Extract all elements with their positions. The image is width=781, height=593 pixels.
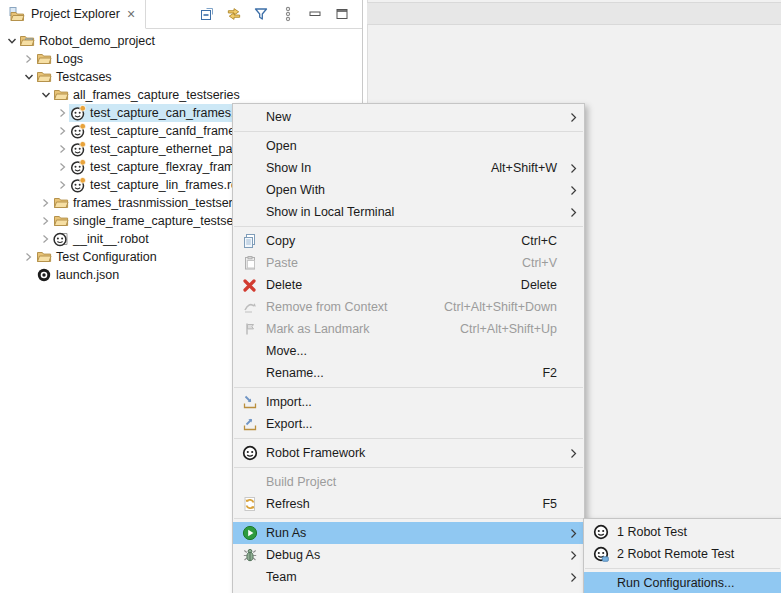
tree-item-label: single_frame_capture_testserie — [73, 214, 247, 228]
refresh-icon — [233, 496, 266, 512]
robot-file-icon — [70, 159, 86, 175]
tree-item-testcases[interactable]: Testcases — [0, 68, 362, 86]
tree-item-all-frames-capture-testseries[interactable]: all_frames_capture_testseries — [0, 86, 362, 104]
menu-item-show-in-local-terminal[interactable]: Show in Local Terminal — [233, 201, 584, 223]
filter-icon[interactable] — [253, 6, 269, 22]
tree-item-label: Test Configuration — [56, 250, 157, 264]
menu-item-label: Debug As — [266, 548, 568, 562]
run-icon — [233, 525, 266, 541]
menu-item-mark-as-landmark[interactable]: Mark as LandmarkCtrl+Alt+Shift+Up — [233, 318, 584, 340]
menu-item-run-as[interactable]: Run As — [233, 522, 584, 544]
menu-separator — [234, 387, 583, 388]
menu-item-new[interactable]: New — [233, 106, 584, 128]
maximize-icon[interactable] — [334, 6, 350, 22]
chevron-expanded-icon[interactable] — [6, 37, 17, 45]
menu-item-label: New — [266, 110, 568, 124]
tree-item-content: test_capture_flexray_frame — [69, 158, 244, 176]
folder-icon — [53, 213, 69, 229]
menu-item-paste[interactable]: PasteCtrl+V — [233, 252, 584, 274]
menu-item-rename[interactable]: Rename...F2 — [233, 362, 584, 384]
menu-item-show-in[interactable]: Show InAlt+Shift+W — [233, 157, 584, 179]
chevron-collapsed-icon[interactable] — [40, 198, 51, 208]
tab-project-explorer[interactable]: Project Explorer × — [0, 0, 146, 29]
tree-item-content: all_frames_capture_testseries — [52, 86, 243, 104]
menu-item-label: Show In — [266, 161, 491, 175]
tab-title: Project Explorer — [31, 7, 120, 21]
menu-item-export[interactable]: Export... — [233, 413, 584, 435]
menu-item-label: Rename... — [266, 366, 542, 380]
menu-item-remove-from-context[interactable]: Remove from ContextCtrl+Alt+Shift+Down — [233, 296, 584, 318]
debug-icon — [233, 547, 266, 563]
robot-icon — [233, 445, 266, 461]
tree-item-robot-demo-project[interactable]: Robot_demo_project — [0, 32, 362, 50]
submenu-arrow-icon — [568, 207, 579, 218]
menu-item-shortcut: F5 — [542, 497, 557, 511]
menu-item-label: Open — [266, 139, 568, 153]
tree-item-content: frames_trasnmission_testserie — [52, 194, 246, 212]
project-folder-icon — [19, 33, 35, 49]
menu-item-shortcut: F2 — [542, 366, 557, 380]
chevron-collapsed-icon[interactable] — [23, 252, 34, 262]
chevron-collapsed-icon[interactable] — [40, 234, 51, 244]
link-editor-icon[interactable] — [226, 6, 242, 22]
menu-item-team[interactable]: Team — [233, 566, 584, 588]
menu-item-shortcut: Ctrl+Alt+Shift+Down — [444, 300, 557, 314]
submenu-arrow-icon — [568, 112, 579, 123]
minimize-icon[interactable] — [307, 6, 323, 22]
menu-item-label: Paste — [266, 256, 522, 270]
menu-item-shortcut: Ctrl+C — [521, 234, 557, 248]
menu-item-2-robot-remote-test[interactable]: 2 Robot Remote Test — [584, 543, 781, 565]
chevron-collapsed-icon[interactable] — [57, 108, 68, 118]
chevron-expanded-icon[interactable] — [40, 91, 51, 99]
menu-item-1-robot-test[interactable]: 1 Robot Test — [584, 521, 781, 543]
menu-item-robot-framework[interactable]: Robot Framework — [233, 442, 584, 464]
robot-icon — [584, 524, 617, 540]
menu-item-label: Run Configurations... — [617, 576, 765, 590]
tree-item-content: Test Configuration — [35, 248, 160, 266]
menu-item-copy[interactable]: CopyCtrl+C — [233, 230, 584, 252]
tree-item-content: single_frame_capture_testserie — [52, 212, 250, 230]
menu-item-shortcut: Ctrl+V — [522, 256, 557, 270]
tree-item-content: __init__.robot — [52, 230, 152, 248]
menu-item-label: Refresh — [266, 497, 542, 511]
chevron-collapsed-icon[interactable] — [57, 144, 68, 154]
menu-separator — [234, 438, 583, 439]
tree-item-label: all_frames_capture_testseries — [73, 88, 240, 102]
menu-item-refresh[interactable]: RefreshF5 — [233, 493, 584, 515]
collapse-all-icon[interactable] — [199, 6, 215, 22]
menu-item-run-configurations[interactable]: Run Configurations... — [584, 572, 781, 593]
menu-item-move[interactable]: Move... — [233, 340, 584, 362]
chevron-collapsed-icon[interactable] — [57, 162, 68, 172]
import-icon — [233, 394, 266, 410]
tab-close-icon[interactable]: × — [126, 7, 136, 21]
menu-item-import[interactable]: Import... — [233, 391, 584, 413]
tree-item-label: test_capture_canfd_frames — [90, 124, 241, 138]
chevron-collapsed-icon[interactable] — [40, 216, 51, 226]
chevron-collapsed-icon[interactable] — [57, 180, 68, 190]
robot-file-icon — [70, 105, 86, 121]
menu-separator — [234, 518, 583, 519]
menu-item-build-project[interactable]: Build Project — [233, 471, 584, 493]
chevron-collapsed-icon[interactable] — [57, 126, 68, 136]
menu-separator — [234, 131, 583, 132]
view-menu-icon[interactable] — [280, 6, 296, 22]
chevron-expanded-icon[interactable] — [23, 73, 34, 81]
tree-item-content: test_capture_ethernet_payl — [69, 140, 245, 158]
submenu-arrow-icon — [568, 185, 579, 196]
delete-icon — [233, 278, 266, 293]
menu-item-debug-as[interactable]: Debug As — [233, 544, 584, 566]
tree-item-content: test_capture_lin_frames.rob — [69, 176, 248, 194]
submenu-arrow-icon — [568, 163, 579, 174]
menu-item-label: Delete — [266, 278, 521, 292]
menu-item-delete[interactable]: DeleteDelete — [233, 274, 584, 296]
tree-selection-highlight: test_capture_can_frames.rob — [69, 104, 256, 122]
menu-item-open[interactable]: Open — [233, 135, 584, 157]
menu-item-open-with[interactable]: Open With — [233, 179, 584, 201]
tree-item-label: frames_trasnmission_testserie — [73, 196, 243, 210]
tree-item-logs[interactable]: Logs — [0, 50, 362, 68]
chevron-collapsed-icon[interactable] — [23, 54, 34, 64]
menu-separator — [234, 467, 583, 468]
menu-item-label: Run As — [266, 526, 568, 540]
tree-item-content: Logs — [35, 50, 86, 68]
tree-item-label: Robot_demo_project — [39, 34, 155, 48]
